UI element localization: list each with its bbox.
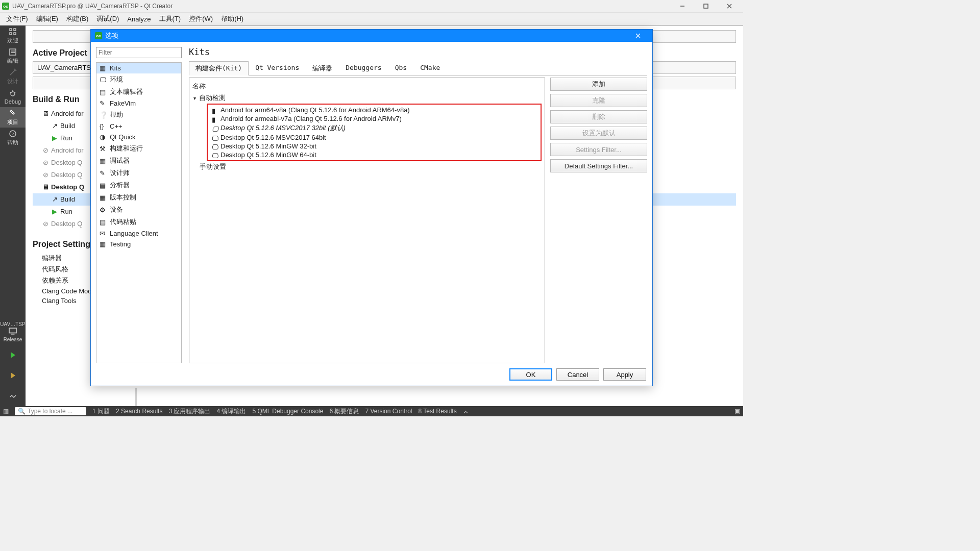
category-codepaste[interactable]: ▤代码粘贴 bbox=[96, 216, 181, 228]
tab-qtversions[interactable]: Qt Versions bbox=[249, 61, 306, 75]
category-cpp[interactable]: {}C++ bbox=[96, 121, 181, 132]
maximize-button[interactable] bbox=[694, 0, 718, 13]
disabled-icon: ⊘ bbox=[42, 218, 49, 230]
category-devices[interactable]: ⚙设备 bbox=[96, 204, 181, 216]
menu-file[interactable]: 文件(F) bbox=[2, 13, 32, 24]
status-item-appout[interactable]: 3 应用程序输出 bbox=[168, 407, 210, 416]
minimize-button[interactable] bbox=[671, 0, 694, 13]
menu-build[interactable]: 构建(B) bbox=[62, 13, 92, 24]
group-auto-detected[interactable]: 自动检测 bbox=[192, 92, 542, 104]
category-kits[interactable]: ▦Kits bbox=[96, 63, 181, 73]
hammer-icon: ↗ bbox=[51, 193, 58, 206]
category-buildrun[interactable]: ⚒构建和运行 bbox=[96, 142, 181, 155]
status-item-issues[interactable]: 1 问题 bbox=[92, 407, 110, 416]
tab-debuggers[interactable]: Debuggers bbox=[339, 61, 388, 75]
mode-edit[interactable]: 编辑 bbox=[0, 46, 26, 66]
buildrun-icon: ⚒ bbox=[100, 145, 107, 153]
status-chevron-icon[interactable]: 🢕 bbox=[463, 408, 469, 415]
monitor-icon: 🖵 bbox=[212, 126, 217, 131]
mode-debug[interactable]: Debug bbox=[0, 87, 26, 107]
mode-help[interactable]: ? 帮助 bbox=[0, 128, 26, 148]
options-page-heading: Kits bbox=[189, 47, 647, 57]
category-texteditor[interactable]: ▤文本编辑器 bbox=[96, 86, 181, 98]
kit-item[interactable]: 🖵Desktop Qt 5.12.6 MinGW 64-bit bbox=[212, 151, 538, 159]
apply-button[interactable]: Apply bbox=[603, 368, 646, 381]
tab-qbs[interactable]: Qbs bbox=[388, 61, 413, 75]
menu-debug[interactable]: 调试(D) bbox=[92, 13, 123, 24]
category-debugger[interactable]: ▦调试器 bbox=[96, 155, 181, 167]
run-button[interactable] bbox=[0, 345, 26, 365]
locator-placeholder: Type to locate ... bbox=[28, 408, 72, 415]
status-bar: ▥ 🔍 Type to locate ... 1 问题 2 Search Res… bbox=[0, 406, 743, 416]
default-settings-filter-button[interactable]: Default Settings Filter... bbox=[550, 159, 647, 172]
category-langclient[interactable]: ✉Language Client bbox=[96, 228, 181, 239]
menu-analyze[interactable]: Analyze bbox=[123, 14, 155, 24]
vim-icon: ✎ bbox=[100, 99, 107, 107]
svg-line-14 bbox=[14, 92, 15, 93]
kit-item[interactable]: 🖵Desktop Qt 5.12.6 MinGW 32-bit bbox=[212, 142, 538, 151]
tab-kits[interactable]: 构建套件(Kit) bbox=[189, 61, 249, 76]
category-testing[interactable]: ▦Testing bbox=[96, 239, 181, 249]
category-environment[interactable]: 🖵环境 bbox=[96, 73, 181, 86]
settings-filter-button[interactable]: Settings Filter... bbox=[550, 143, 647, 156]
category-help[interactable]: ❔帮助 bbox=[96, 109, 181, 121]
menu-help[interactable]: 帮助(H) bbox=[217, 13, 248, 24]
close-button[interactable] bbox=[718, 0, 741, 13]
codepaste-icon: ▤ bbox=[100, 218, 107, 226]
clone-button[interactable]: 克隆 bbox=[550, 94, 647, 107]
menu-edit[interactable]: 编辑(E) bbox=[32, 13, 62, 24]
mode-welcome[interactable]: 欢迎 bbox=[0, 26, 26, 46]
category-fakevim[interactable]: ✎FakeVim bbox=[96, 98, 181, 109]
play-icon: ▶ bbox=[51, 132, 58, 144]
status-item-test[interactable]: 8 Test Results bbox=[418, 408, 456, 415]
options-category-list: ▦Kits 🖵环境 ▤文本编辑器 ✎FakeVim ❔帮助 {}C++ ◑Qt … bbox=[96, 62, 182, 363]
target-selector[interactable]: UAV…TSP Release bbox=[0, 319, 26, 345]
category-analyzer[interactable]: ▤分析器 bbox=[96, 179, 181, 191]
add-button[interactable]: 添加 bbox=[550, 78, 647, 91]
qtquick-icon: ◑ bbox=[100, 133, 107, 141]
dialog-close-button[interactable] bbox=[628, 32, 648, 40]
status-item-qml[interactable]: 5 QML Debugger Console bbox=[252, 408, 323, 415]
mode-design[interactable]: 设计 bbox=[0, 66, 26, 87]
mode-projects[interactable]: 项目 bbox=[0, 107, 26, 128]
remove-button[interactable]: 删除 bbox=[550, 110, 647, 123]
svg-rect-1 bbox=[704, 4, 708, 8]
cancel-button[interactable]: Cancel bbox=[556, 368, 599, 381]
disabled-icon: ⊘ bbox=[42, 169, 49, 181]
status-item-vcs[interactable]: 7 Version Control bbox=[365, 408, 412, 415]
status-item-search[interactable]: 2 Search Results bbox=[116, 408, 162, 415]
status-right-icon[interactable]: ▣ bbox=[734, 408, 740, 415]
splitter[interactable] bbox=[135, 388, 137, 406]
run-debug-button[interactable] bbox=[0, 365, 26, 386]
locator-input[interactable]: 🔍 Type to locate ... bbox=[15, 407, 86, 415]
svg-rect-7 bbox=[14, 33, 16, 35]
group-manual[interactable]: 手动设置 bbox=[192, 161, 542, 171]
menu-widgets[interactable]: 控件(W) bbox=[185, 13, 217, 24]
category-qtquick[interactable]: ◑Qt Quick bbox=[96, 132, 181, 142]
tab-compilers[interactable]: 编译器 bbox=[306, 61, 339, 75]
build-button[interactable] bbox=[0, 386, 26, 406]
svg-rect-8 bbox=[10, 49, 16, 55]
dialog-titlebar[interactable]: oc 选项 bbox=[91, 30, 652, 42]
status-item-compile[interactable]: 4 编译输出 bbox=[216, 407, 246, 416]
menu-tools[interactable]: 工具(T) bbox=[155, 13, 185, 24]
ok-button[interactable]: OK bbox=[509, 368, 552, 381]
category-designer[interactable]: ✎设计师 bbox=[96, 167, 181, 179]
kits-tabs: 构建套件(Kit) Qt Versions 编译器 Debuggers Qbs … bbox=[189, 61, 647, 76]
kits-tree[interactable]: 名称 自动检测 ▮Android for arm64-v8a (Clang Qt… bbox=[189, 78, 545, 363]
svg-text:?: ? bbox=[12, 132, 14, 136]
svg-point-11 bbox=[11, 92, 15, 96]
tab-cmake[interactable]: CMake bbox=[413, 61, 447, 75]
category-vcs[interactable]: ▦版本控制 bbox=[96, 191, 181, 204]
kit-item[interactable]: ▮Android for armeabi-v7a (Clang Qt 5.12.… bbox=[212, 114, 538, 123]
make-default-button[interactable]: 设置为默认 bbox=[550, 127, 647, 140]
status-item-general[interactable]: 6 概要信息 bbox=[329, 407, 359, 416]
options-filter-input[interactable] bbox=[96, 47, 182, 58]
search-icon: 🔍 bbox=[18, 408, 26, 415]
kit-item[interactable]: ▮Android for arm64-v8a (Clang Qt 5.12.6 … bbox=[212, 106, 538, 114]
svg-rect-4 bbox=[10, 29, 12, 31]
panel-toggle-icon[interactable]: ▥ bbox=[3, 408, 9, 415]
device-icon: 🖥 bbox=[42, 108, 49, 120]
kit-item[interactable]: 🖵Desktop Qt 5.12.6 MSVC2017 64bit bbox=[212, 133, 538, 142]
kit-item[interactable]: 🖵Desktop Qt 5.12.6 MSVC2017 32bit (默认) bbox=[212, 123, 538, 133]
